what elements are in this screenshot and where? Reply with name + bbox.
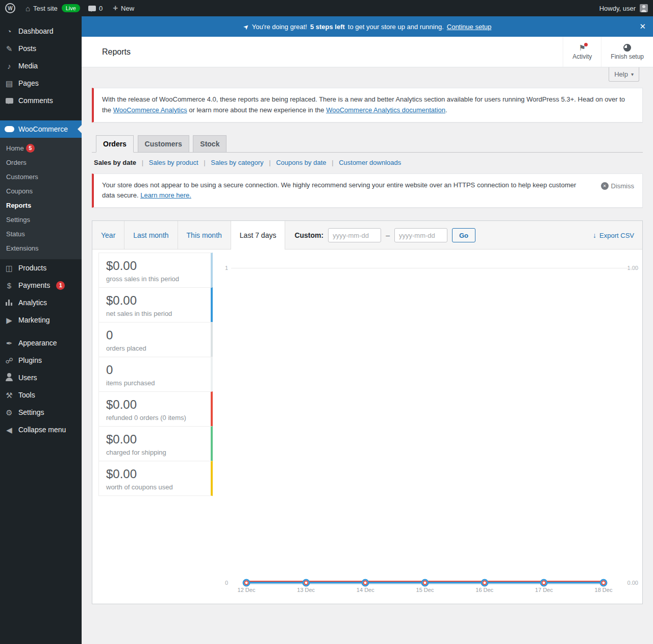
stat-refunded[interactable]: $0.00 refunded 0 orders (0 items) — [98, 391, 213, 427]
stat-label: charged for shipping — [106, 449, 204, 456]
subitem-label: Settings — [6, 216, 30, 224]
stat-net-sales[interactable]: $0.00 net sales in this period — [98, 287, 213, 323]
continue-setup-link[interactable]: Continue setup — [447, 23, 491, 31]
howdy-menu[interactable]: Howdy, user — [594, 0, 653, 16]
sidebar-subitem-customers[interactable]: Customers — [0, 169, 82, 184]
sidebar-item-appearance[interactable]: ✒ Appearance — [0, 334, 82, 352]
stat-label: refunded 0 orders (0 items) — [106, 414, 204, 422]
subnav-coupons-by-date[interactable]: Coupons by date — [276, 159, 326, 166]
sidebar-subitem-reports[interactable]: Reports — [0, 198, 82, 212]
sidebar-item-label: Users — [18, 374, 37, 382]
sidebar-item-collapse-menu[interactable]: ◀ Collapse menu — [0, 421, 82, 438]
data-point — [243, 579, 250, 587]
subitem-label: Status — [6, 230, 25, 238]
tab-customers[interactable]: Customers — [138, 135, 189, 153]
menu-separator — [0, 329, 82, 334]
sidebar-item-label: Plugins — [18, 356, 42, 364]
subnav-sales-by-product[interactable]: Sales by product — [149, 159, 198, 166]
site-name-label: Test site — [33, 5, 58, 12]
analytics-documentation-link[interactable]: WooCommerce Analytics documentation — [326, 106, 445, 114]
tab-orders[interactable]: Orders — [96, 135, 134, 153]
live-badge: Live — [62, 4, 80, 12]
site-name-menu[interactable]: ⌂ Test site — [20, 0, 63, 16]
sidebar-item-label: Appearance — [18, 339, 57, 347]
subnav-sales-by-category[interactable]: Sales by category — [211, 159, 263, 166]
custom-range: Custom: – Go — [285, 221, 485, 250]
x-axis-label: 18 Dec — [595, 587, 613, 593]
sidebar-item-payments[interactable]: $ Payments 1 — [0, 277, 82, 294]
custom-range-label: Custom: — [294, 231, 323, 239]
range-last-month[interactable]: Last month — [124, 221, 178, 250]
admin-bar-right: Howdy, user — [594, 0, 653, 16]
sidebar-item-marketing[interactable]: ▶ Marketing — [0, 311, 82, 329]
data-point — [362, 579, 369, 587]
help-label: Help — [614, 70, 628, 78]
sidebar-subitem-extensions[interactable]: Extensions — [0, 241, 82, 255]
sidebar-mid-menu: ◫ Products $ Payments 1 Analytics ▶ Mark… — [0, 259, 82, 329]
collapse-icon: ◀ — [4, 426, 14, 434]
sidebar-subitem-coupons[interactable]: Coupons — [0, 184, 82, 198]
admin-bar-new[interactable]: + New — [108, 0, 139, 16]
sidebar-subitem-orders[interactable]: Orders — [0, 155, 82, 169]
end-date-input[interactable] — [394, 228, 447, 242]
activity-button[interactable]: ⚑ Activity — [563, 37, 601, 67]
admin-bar: W ⌂ Test site Live 0 + New Howdy, user — [0, 0, 653, 16]
stat-orders-placed[interactable]: 0 orders placed — [98, 322, 213, 357]
sidebar-item-comments[interactable]: Comments — [0, 92, 82, 109]
stat-gross-sales[interactable]: $0.00 gross sales in this period — [98, 253, 213, 288]
sidebar-item-products[interactable]: ◫ Products — [0, 259, 82, 277]
sidebar-item-plugins[interactable]: ☍ Plugins — [0, 352, 82, 369]
sidebar-item-analytics[interactable]: Analytics — [0, 294, 82, 311]
go-button[interactable]: Go — [452, 228, 475, 242]
stat-items-purchased[interactable]: 0 items purchased — [98, 357, 213, 392]
data-point — [302, 579, 310, 587]
learn-more-link[interactable]: Learn more here. — [140, 191, 191, 199]
tools-icon: ⚒ — [4, 391, 14, 399]
data-point — [540, 579, 548, 587]
close-banner-icon[interactable]: ✕ — [639, 22, 646, 31]
subnav-sales-by-date[interactable]: Sales by date — [94, 159, 136, 166]
separator: | — [269, 159, 270, 166]
range-year[interactable]: Year — [92, 221, 124, 250]
sidebar-top-menu: ◔ Dashboard ✎ Posts ♪ Media ▤ Pages Comm… — [0, 22, 82, 109]
dismiss-button[interactable]: ✕ Dismiss — [601, 180, 635, 192]
sidebar-subitem-settings[interactable]: Settings — [0, 212, 82, 227]
chevron-down-icon: ▾ — [631, 71, 634, 77]
sidebar-item-pages[interactable]: ▤ Pages — [0, 75, 82, 92]
sidebar-bottom-menu: ✒ Appearance ☍ Plugins Users ⚒ Tools ⚙ S… — [0, 334, 82, 438]
subnav-customer-downloads[interactable]: Customer downloads — [339, 159, 401, 166]
stat-shipping[interactable]: $0.00 charged for shipping — [98, 426, 213, 461]
woocommerce-analytics-link[interactable]: WooCommerce Analytics — [113, 106, 187, 114]
rocket-icon: ➤ — [241, 22, 250, 31]
sidebar-item-posts[interactable]: ✎ Posts — [0, 40, 82, 57]
home-badge: 5 — [26, 144, 35, 153]
activity-label: Activity — [572, 53, 592, 60]
sidebar-item-dashboard[interactable]: ◔ Dashboard — [0, 22, 82, 40]
page-header: Reports ⚑ Activity Finish setup — [82, 37, 653, 67]
sidebar-item-tools[interactable]: ⚒ Tools — [0, 386, 82, 404]
start-date-input[interactable] — [328, 228, 381, 242]
y-axis-min-left: 0 — [225, 580, 228, 586]
finish-setup-button[interactable]: Finish setup — [601, 37, 653, 67]
sidebar-item-media[interactable]: ♪ Media — [0, 57, 82, 75]
help-dropdown[interactable]: Help ▾ — [609, 67, 639, 82]
sidebar-item-settings[interactable]: ⚙ Settings — [0, 404, 82, 421]
sidebar-subitem-status[interactable]: Status — [0, 227, 82, 241]
range-last-7-days[interactable]: Last 7 days — [231, 221, 286, 250]
stat-coupons[interactable]: $0.00 worth of coupons used — [98, 461, 213, 496]
banner-rest: to get your store up and running. — [348, 23, 444, 31]
active-item-arrow — [73, 125, 82, 133]
sidebar-item-woocommerce[interactable]: WooCommerce — [0, 120, 82, 138]
avatar — [640, 4, 648, 12]
tab-stock[interactable]: Stock — [193, 135, 227, 153]
export-csv-button[interactable]: ↓ Export CSV — [585, 221, 642, 250]
sidebar-item-users[interactable]: Users — [0, 369, 82, 386]
admin-bar-comments[interactable]: 0 — [83, 0, 108, 16]
range-this-month[interactable]: This month — [178, 221, 231, 250]
woocommerce-submenu: Home 5 Orders Customers Coupons Reports … — [0, 138, 82, 255]
wordpress-logo-menu[interactable]: W — [0, 0, 20, 16]
x-axis-label: 14 Dec — [357, 587, 374, 593]
subitem-label: Reports — [6, 202, 31, 209]
sidebar-subitem-home[interactable]: Home 5 — [0, 141, 82, 155]
stat-value: $0.00 — [106, 259, 204, 274]
